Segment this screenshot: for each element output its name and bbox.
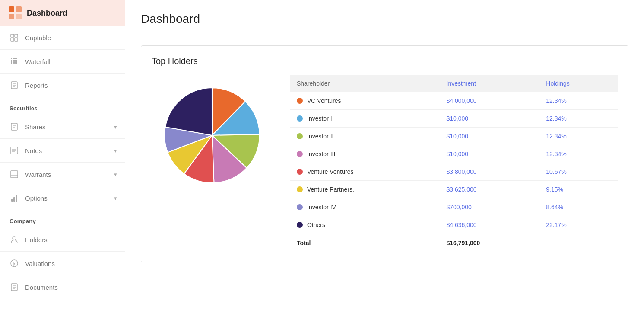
options-icon: [10, 193, 19, 203]
sidebar-logo[interactable]: Dashboard: [0, 0, 125, 26]
color-dot: [297, 186, 303, 192]
holdings-cell: 9.15%: [539, 181, 618, 198]
holdings-cell: 22.17%: [539, 216, 618, 234]
valuations-icon: $: [10, 259, 19, 268]
th-holdings: Holdings: [539, 75, 618, 92]
holders-layout: Shareholder Investment Holdings VC Ventu…: [152, 75, 618, 252]
options-chevron: ▾: [114, 195, 117, 202]
svg-rect-2: [9, 14, 14, 19]
holdings-cell: 12.34%: [539, 92, 618, 110]
pie-chart-container: [152, 75, 273, 196]
waterfall-icon: [10, 57, 19, 66]
main-content: Dashboard Top Holders Shareholder Invest…: [125, 0, 644, 336]
shareholder-name: Venture Ventures: [307, 168, 353, 175]
svg-rect-9: [13, 58, 14, 59]
table-row: Venture Partners.$3,625,0009.15%: [290, 181, 618, 198]
svg-rect-40: [13, 197, 15, 202]
investment-cell: $10,000: [440, 128, 539, 145]
holders-table: Shareholder Investment Holdings VC Ventu…: [290, 75, 618, 252]
sidebar-item-warrants[interactable]: Warrants ▾: [0, 163, 125, 186]
svg-text:$: $: [13, 261, 15, 266]
investment-cell: $10,000: [440, 110, 539, 128]
total-investment: $16,791,000: [440, 234, 539, 252]
securities-section-header: Securities: [0, 97, 125, 115]
shareholder-name: Investor IV: [307, 204, 336, 211]
sidebar-item-shares[interactable]: Shares ▾: [0, 115, 125, 139]
sidebar-item-valuations[interactable]: $ Valuations: [0, 252, 125, 275]
holders-icon: [10, 235, 19, 244]
shareholder-name: Others: [307, 221, 325, 228]
svg-rect-13: [13, 60, 14, 61]
captable-label: Captable: [25, 34, 51, 42]
svg-rect-20: [11, 63, 12, 64]
sidebar-item-options[interactable]: Options ▾: [0, 186, 125, 210]
sidebar-item-reports[interactable]: Reports: [0, 74, 125, 97]
total-label: Total: [290, 234, 440, 252]
options-label: Options: [25, 195, 48, 202]
reports-icon: [10, 80, 19, 90]
sidebar-item-captable[interactable]: Captable: [0, 26, 125, 50]
color-dot: [297, 169, 303, 175]
svg-rect-14: [14, 60, 16, 61]
investment-cell: $3,800,000: [440, 163, 539, 181]
total-holdings: [539, 234, 618, 252]
svg-rect-16: [11, 61, 12, 63]
investment-cell: $10,000: [440, 145, 539, 163]
card-title: Top Holders: [152, 56, 618, 66]
shares-icon: [10, 122, 19, 131]
pie-chart: [156, 79, 268, 192]
shares-label: Shares: [25, 123, 46, 131]
shareholder-cell: Investor II: [290, 128, 440, 145]
shareholder-cell: Venture Partners.: [290, 181, 440, 198]
svg-rect-8: [11, 58, 12, 59]
shareholder-name: Investor III: [307, 150, 335, 157]
sidebar-item-waterfall[interactable]: Waterfall: [0, 50, 125, 74]
holdings-cell: 12.34%: [539, 128, 618, 145]
sidebar-item-notes[interactable]: Notes ▾: [0, 139, 125, 163]
color-dot: [297, 98, 303, 104]
shareholder-cell: Investor I: [290, 110, 440, 128]
shareholder-name: Investor I: [307, 115, 332, 122]
svg-rect-4: [11, 34, 14, 37]
color-dot: [297, 204, 303, 210]
table-row: Others$4,636,00022.17%: [290, 216, 618, 234]
table-row: VC Ventures$4,000,00012.34%: [290, 92, 618, 110]
table-row: Investor II$10,00012.34%: [290, 128, 618, 145]
valuations-label: Valuations: [25, 260, 55, 267]
warrants-chevron: ▾: [114, 171, 117, 178]
holdings-cell: 12.34%: [539, 110, 618, 128]
svg-rect-7: [15, 38, 18, 41]
shareholder-cell: VC Ventures: [290, 92, 440, 110]
color-dot: [297, 133, 303, 139]
documents-label: Documents: [25, 284, 58, 291]
investment-cell: $700,000: [440, 198, 539, 216]
documents-icon: [10, 282, 19, 292]
svg-rect-5: [15, 34, 18, 37]
table-row: Venture Ventures$3,800,00010.67%: [290, 163, 618, 181]
shareholder-name: Investor II: [307, 133, 333, 140]
holdings-cell: 12.34%: [539, 145, 618, 163]
holdings-cell: 10.67%: [539, 163, 618, 181]
investment-cell: $4,636,000: [440, 216, 539, 234]
sidebar-item-holders[interactable]: Holders: [0, 228, 125, 252]
content-area: Top Holders Shareholder Investment Holdi…: [125, 33, 644, 275]
svg-rect-15: [16, 60, 17, 61]
svg-rect-10: [14, 58, 16, 59]
svg-point-42: [13, 237, 16, 240]
shareholder-cell: Investor IV: [290, 198, 440, 216]
svg-rect-3: [16, 14, 22, 19]
waterfall-label: Waterfall: [25, 58, 51, 65]
table-row: Investor IV$700,0008.64%: [290, 198, 618, 216]
total-row: Total $16,791,000: [290, 234, 618, 252]
shareholder-name: VC Ventures: [307, 97, 341, 104]
svg-rect-17: [13, 61, 14, 63]
sidebar-title: Dashboard: [27, 9, 67, 18]
notes-chevron: ▾: [114, 147, 117, 154]
svg-rect-1: [16, 6, 22, 12]
sidebar-item-documents[interactable]: Documents: [0, 275, 125, 299]
captable-icon: [10, 33, 19, 42]
sidebar: Dashboard Captable: [0, 0, 125, 336]
shareholder-cell: Others: [290, 216, 440, 234]
notes-label: Notes: [25, 147, 42, 154]
svg-rect-0: [9, 6, 14, 12]
